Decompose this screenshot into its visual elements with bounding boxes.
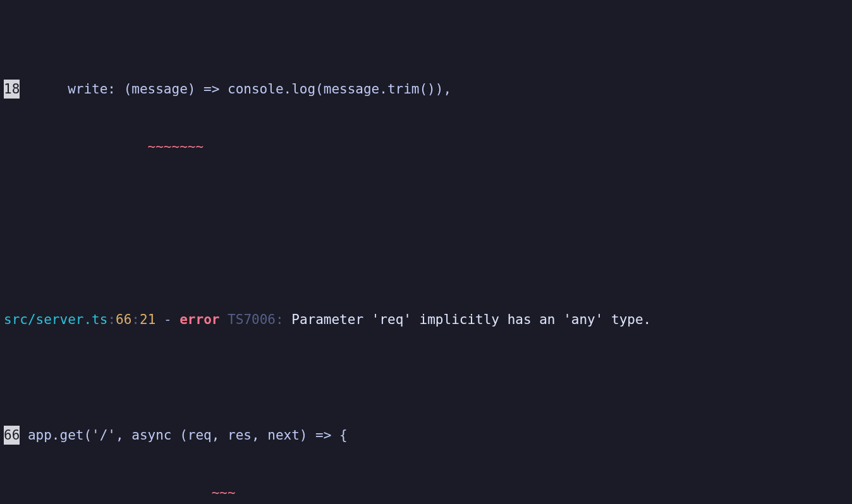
- source-line: write: (message) => console.log(message.…: [20, 81, 451, 97]
- diagnostic-message: Parameter 'req' implicitly has an 'any' …: [291, 312, 651, 327]
- diagnostic-line: src/server.ts:66:21 - error TS7006: Para…: [4, 310, 848, 329]
- terminal-output: 18 write: (message) => console.log(messa…: [0, 0, 852, 504]
- code-snippet: 18 write: (message) => console.log(messa…: [4, 80, 848, 99]
- source-line: app.get('/', async (req, res, next) => {: [20, 428, 347, 443]
- diagnostic-code: TS7006:: [228, 312, 284, 327]
- error-squiggle: 66 ~~~: [4, 483, 848, 502]
- diagnostic-severity: error: [180, 312, 219, 327]
- line-gutter: 66: [4, 426, 20, 445]
- code-snippet: 66 app.get('/', async (req, res, next) =…: [4, 426, 848, 445]
- diagnostic-line-num: 66: [116, 312, 131, 327]
- line-gutter: 18: [4, 80, 20, 99]
- error-squiggle: 18 ~~~~~~~: [4, 137, 848, 156]
- diagnostic-col-num: 21: [140, 312, 155, 327]
- diagnostic-file: src/server.ts: [4, 312, 107, 327]
